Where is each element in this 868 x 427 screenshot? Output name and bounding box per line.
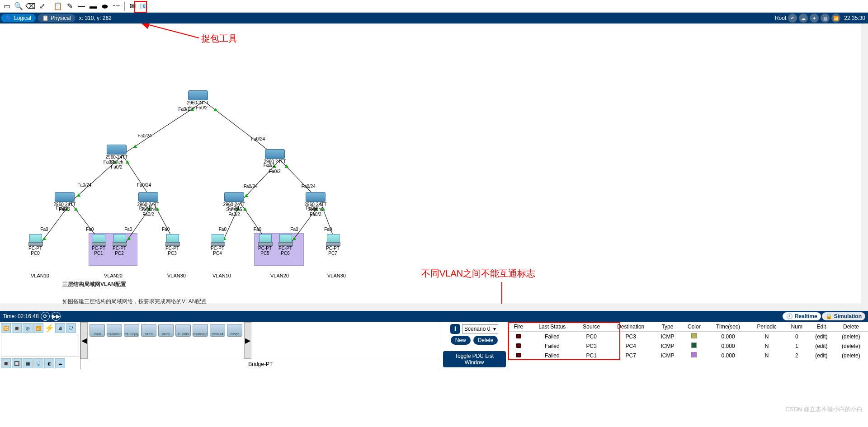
category-security-icon[interactable]: 🛡 <box>66 323 76 333</box>
select-tool-icon[interactable]: ▭ <box>2 1 12 11</box>
workspace-canvas[interactable]: 捉包工具 Fa0/1Fa0/24Fa0/24Fa0/1Fa0/24Fa0/24F… <box>0 23 868 311</box>
separator <box>124 2 125 11</box>
note-tool-icon[interactable]: 📋 <box>53 1 63 11</box>
time-bar: Time: 02:16:48 ⟳ ▶▶ 🕗 Realtime 🔒 Simulat… <box>0 311 868 322</box>
power-cycle-icon[interactable]: ⟳ <box>41 312 50 321</box>
pc-device[interactable]: PC-PTPC6 <box>275 234 295 256</box>
port-label: Fa0/24 <box>251 136 265 141</box>
subcat-5-icon[interactable]: ◐ <box>44 358 54 368</box>
pdu-row[interactable]: FailedPC1PC7ICMP0.000N2(edit)(delete) <box>508 351 868 360</box>
subcat-2-icon[interactable]: 🔲 <box>12 358 22 368</box>
subcat-1-icon[interactable]: 🔳 <box>1 358 11 368</box>
pc-icon <box>326 234 340 246</box>
freeform-tool-icon[interactable]: 〰 <box>112 1 122 11</box>
pdu-header-cell: Edit <box>809 322 834 332</box>
device-thumb[interactable]: 24PS <box>141 324 156 337</box>
source-cell: PC3 <box>576 341 608 351</box>
device-scroll-left[interactable]: ◀ <box>80 322 88 359</box>
pc-device[interactable]: PC-PTPC2 <box>109 234 129 256</box>
info-button[interactable]: i <box>450 324 460 334</box>
fire-cell[interactable] <box>508 351 529 360</box>
delete-cell[interactable]: (delete) <box>834 351 868 360</box>
device-thumb[interactable]: PT-Bridge <box>193 324 208 337</box>
subcat-3-icon[interactable]: ▦ <box>23 358 33 368</box>
resize-tool-icon[interactable]: ⤢ <box>37 1 47 11</box>
scenario-dropdown[interactable]: Scenario 0 ▾ <box>462 324 498 333</box>
bottom-panel: 🔀 🔳 ◎ 📶 ⚡ 🖥 🛡 🔳 🔲 ▦ 📡 ◐ ☁ ◀ 2960PT-Switc… <box>0 322 868 369</box>
switch-device[interactable]: 2960-24TTFa0/2 <box>260 149 289 174</box>
type-cell: ICMP <box>654 341 681 351</box>
logical-tab[interactable]: 🔵 Logical <box>1 14 36 22</box>
realtime-mode-button[interactable]: 🕗 Realtime <box>783 312 821 320</box>
edit-cell[interactable]: (edit) <box>809 341 834 351</box>
pc-device[interactable]: PC-PTPC0 <box>25 234 45 256</box>
pencil-tool-icon[interactable]: ✎ <box>65 1 75 11</box>
device-thumb[interactable]: 2950T <box>227 324 242 337</box>
fast-forward-icon[interactable]: ▶▶ <box>52 312 61 321</box>
toggle-pdu-list-button[interactable]: Toggle PDU List Window <box>443 351 506 367</box>
delete-tool-icon[interactable]: ⌫ <box>25 1 35 11</box>
switch-device[interactable]: 2960-24TTSwitch4Fa0/2 <box>134 192 163 217</box>
oval-tool-icon[interactable]: ⬬ <box>100 1 110 11</box>
device-thumb[interactable]: 2960 <box>90 324 105 337</box>
note-title: 三层结构局域网VLAN配置 <box>62 280 334 289</box>
new-scenario-button[interactable]: New <box>451 336 471 345</box>
device-thumb[interactable]: PT-Empty <box>124 324 139 337</box>
switch-device[interactable]: 2960-24TTSw Fa0/2 <box>184 90 212 110</box>
pdu-row[interactable]: FailedPC0PC3ICMP0.000N0(edit)(delete) <box>508 332 868 342</box>
rect-tool-icon[interactable]: ▬ <box>88 1 98 11</box>
pc-device[interactable]: PC-PTPC7 <box>323 234 343 256</box>
selected-device-name: Bridge-PT <box>80 359 441 369</box>
vertical-scrollbar[interactable] <box>861 23 868 311</box>
nav-back-icon[interactable]: ↶ <box>788 14 797 23</box>
pc-device[interactable]: PC-PTPC1 <box>89 234 108 256</box>
device-thumb[interactable]: 24PS <box>158 324 174 337</box>
device-thumb[interactable]: IE 2000 <box>175 324 191 337</box>
pc-device[interactable]: PC-PTPC5 <box>255 234 275 256</box>
compass-icon[interactable]: ✦ <box>810 14 819 23</box>
physical-tab[interactable]: 📋 Physical <box>38 14 75 22</box>
pc-device[interactable]: PC-PTPC3 <box>162 234 182 256</box>
add-simple-pdu-icon[interactable]: ✉ <box>127 1 137 11</box>
line-tool-icon[interactable]: — <box>76 1 86 11</box>
zoom-tool-icon[interactable]: 🔍 <box>14 1 24 11</box>
device-thumb[interactable]: PT-Switch <box>107 324 122 337</box>
fire-cell[interactable] <box>508 341 529 351</box>
subcat-4-icon[interactable]: 📡 <box>33 358 43 368</box>
simulation-label: Simulation <box>834 313 862 319</box>
category-switch-icon[interactable]: 🔳 <box>12 323 22 333</box>
switch-device[interactable]: 2960-24TTSwitchFa0/2 <box>102 145 131 169</box>
category-hub-icon[interactable]: ◎ <box>23 323 33 333</box>
simulation-mode-button[interactable]: 🔒 Simulation <box>822 312 865 320</box>
env-icon[interactable]: ☁ <box>799 14 808 23</box>
pc-icon <box>113 234 126 246</box>
switch-device[interactable]: 2960-24TTSwitch6Fa0/2 <box>301 192 330 217</box>
switch-device[interactable]: 2960-24TTFa0/2 <box>50 192 79 212</box>
time-cell: 0.000 <box>707 332 749 342</box>
scenario-value: Scenario 0 <box>464 326 490 332</box>
device-thumb[interactable]: 2950-24 <box>210 324 225 337</box>
edit-cell[interactable]: (edit) <box>809 351 834 360</box>
delete-cell[interactable]: (delete) <box>834 332 868 342</box>
num-cell: 2 <box>785 351 809 360</box>
switch-device[interactable]: 2960-24TTSwitch5Fa0/2 <box>220 192 249 217</box>
horizontal-scrollbar[interactable] <box>0 304 861 311</box>
device-scroll-right[interactable]: ▶ <box>244 322 251 359</box>
subcat-6-icon[interactable]: ☁ <box>55 358 65 368</box>
root-button[interactable]: Root <box>775 15 786 21</box>
wireless-icon[interactable]: 📶 <box>831 14 840 23</box>
add-complex-pdu-icon[interactable]: 📧 <box>139 1 149 11</box>
port-label: Fa0 <box>162 227 170 232</box>
edit-cell[interactable]: (edit) <box>809 332 834 342</box>
pdu-row[interactable]: FailedPC3PC4ICMP0.000N1(edit)(delete) <box>508 341 868 351</box>
layers-icon[interactable]: ▤ <box>821 14 830 23</box>
category-end-icon[interactable]: 🖥 <box>55 323 65 333</box>
category-router-icon[interactable]: 🔀 <box>1 323 11 333</box>
category-connections-icon[interactable]: ⚡ <box>44 323 54 333</box>
device-label: 2960-24TTFa0/2 <box>50 202 79 212</box>
delete-cell[interactable]: (delete) <box>834 341 868 351</box>
delete-scenario-button[interactable]: Delete <box>473 336 498 345</box>
fire-cell[interactable] <box>508 332 529 342</box>
category-wireless-icon[interactable]: 📶 <box>33 323 43 333</box>
pc-device[interactable]: PC-PTPC4 <box>208 234 227 256</box>
